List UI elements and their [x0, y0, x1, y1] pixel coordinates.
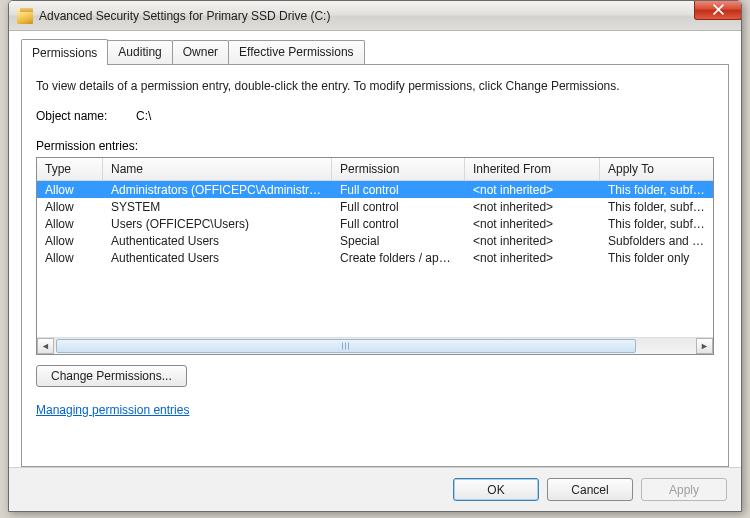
- cell-name: SYSTEM: [103, 200, 332, 214]
- table-row[interactable]: AllowUsers (OFFICEPC\Users)Full control<…: [37, 215, 713, 232]
- cell-type: Allow: [37, 183, 103, 197]
- tab-label: Auditing: [118, 45, 161, 59]
- button-label: OK: [487, 483, 504, 497]
- cell-type: Allow: [37, 234, 103, 248]
- cell-apply: This folder, subfolde: [600, 200, 713, 214]
- cell-inh: <not inherited>: [465, 217, 600, 231]
- table-row[interactable]: AllowAdministrators (OFFICEPC\Administra…: [37, 181, 713, 198]
- apply-button: Apply: [641, 478, 727, 501]
- cancel-button[interactable]: Cancel: [547, 478, 633, 501]
- object-name-value: C:\: [136, 109, 151, 123]
- cell-perm: Full control: [332, 217, 465, 231]
- scroll-right-button[interactable]: ►: [696, 338, 713, 354]
- list-header: Type Name Permission Inherited From Appl…: [37, 158, 713, 181]
- dialog-window: Advanced Security Settings for Primary S…: [8, 0, 742, 512]
- change-permissions-row: Change Permissions...: [36, 365, 714, 387]
- cell-name: Authenticated Users: [103, 251, 332, 265]
- cell-name: Administrators (OFFICEPC\Administrato...: [103, 183, 332, 197]
- close-button[interactable]: [694, 0, 742, 20]
- object-name-row: Object name: C:\: [36, 109, 714, 123]
- tab-label: Permissions: [32, 46, 97, 60]
- cell-perm: Full control: [332, 183, 465, 197]
- scroll-track[interactable]: [54, 338, 696, 354]
- col-name[interactable]: Name: [103, 158, 332, 180]
- scroll-left-button[interactable]: ◄: [37, 338, 54, 354]
- col-inherited-from[interactable]: Inherited From: [465, 158, 600, 180]
- cell-type: Allow: [37, 251, 103, 265]
- titlebar[interactable]: Advanced Security Settings for Primary S…: [9, 1, 741, 31]
- col-type[interactable]: Type: [37, 158, 103, 180]
- cell-apply: This folder, subfolde: [600, 217, 713, 231]
- change-permissions-button[interactable]: Change Permissions...: [36, 365, 187, 387]
- cell-apply: This folder, subfolde: [600, 183, 713, 197]
- horizontal-scrollbar[interactable]: ◄ ►: [37, 337, 713, 354]
- cell-apply: Subfolders and files: [600, 234, 713, 248]
- tab-label: Effective Permissions: [239, 45, 354, 59]
- table-row[interactable]: AllowSYSTEMFull control<not inherited>Th…: [37, 198, 713, 215]
- button-label: Apply: [669, 483, 699, 497]
- dialog-footer: OK Cancel Apply: [9, 467, 741, 511]
- cell-inh: <not inherited>: [465, 200, 600, 214]
- cell-name: Authenticated Users: [103, 234, 332, 248]
- ok-button[interactable]: OK: [453, 478, 539, 501]
- tab-permissions[interactable]: Permissions: [21, 39, 108, 65]
- client-area: Permissions Auditing Owner Effective Per…: [9, 31, 741, 511]
- cell-type: Allow: [37, 217, 103, 231]
- cell-perm: Full control: [332, 200, 465, 214]
- cell-inh: <not inherited>: [465, 251, 600, 265]
- cell-type: Allow: [37, 200, 103, 214]
- cell-inh: <not inherited>: [465, 183, 600, 197]
- list-body: AllowAdministrators (OFFICEPC\Administra…: [37, 181, 713, 337]
- tabstrip: Permissions Auditing Owner Effective Per…: [21, 39, 729, 64]
- instruction-text: To view details of a permission entry, d…: [36, 79, 714, 93]
- permission-entries-list[interactable]: Type Name Permission Inherited From Appl…: [36, 157, 714, 355]
- cell-name: Users (OFFICEPC\Users): [103, 217, 332, 231]
- button-label: Change Permissions...: [51, 369, 172, 383]
- col-permission[interactable]: Permission: [332, 158, 465, 180]
- button-label: Cancel: [571, 483, 608, 497]
- object-name-label: Object name:: [36, 109, 136, 123]
- cell-inh: <not inherited>: [465, 234, 600, 248]
- cell-apply: This folder only: [600, 251, 713, 265]
- permission-entries-label: Permission entries:: [36, 139, 714, 153]
- scroll-thumb[interactable]: [56, 339, 636, 353]
- tabpage-permissions: To view details of a permission entry, d…: [21, 64, 729, 467]
- tab-label: Owner: [183, 45, 218, 59]
- window-title: Advanced Security Settings for Primary S…: [39, 9, 330, 23]
- tab-auditing[interactable]: Auditing: [107, 40, 172, 64]
- tab-owner[interactable]: Owner: [172, 40, 229, 64]
- table-row[interactable]: AllowAuthenticated UsersSpecial<not inhe…: [37, 232, 713, 249]
- tab-effective-permissions[interactable]: Effective Permissions: [228, 40, 365, 64]
- close-icon: [713, 4, 724, 15]
- col-apply-to[interactable]: Apply To: [600, 158, 714, 180]
- cell-perm: Create folders / appe...: [332, 251, 465, 265]
- table-row[interactable]: AllowAuthenticated UsersCreate folders /…: [37, 249, 713, 266]
- cell-perm: Special: [332, 234, 465, 248]
- folder-icon: [17, 8, 33, 24]
- managing-permission-entries-link[interactable]: Managing permission entries: [36, 403, 714, 417]
- link-label: Managing permission entries: [36, 403, 189, 417]
